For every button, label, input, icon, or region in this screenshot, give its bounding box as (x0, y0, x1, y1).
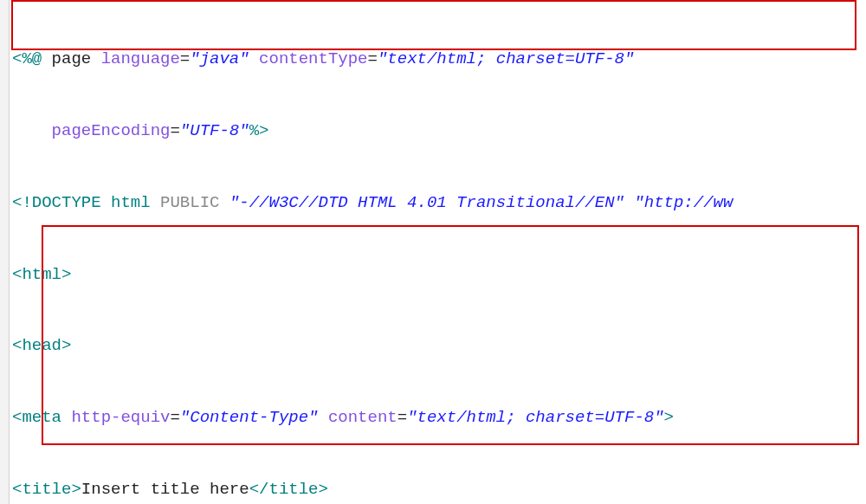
code-line: <%@ page language="java" contentType="te… (12, 48, 866, 72)
code-editor: <%@ page language="java" contentType="te… (0, 0, 866, 504)
code-line: <head> (12, 334, 866, 359)
code-line: pageEncoding="UTF-8"%> (12, 120, 866, 144)
code-line: <!DOCTYPE html PUBLIC "-//W3C//DTD HTML … (12, 191, 866, 216)
code-line: <meta http-equiv="Content-Type" content=… (12, 406, 866, 430)
code-line: <title>Insert title here</title> (12, 478, 866, 502)
code-area: <%@ page language="java" contentType="te… (12, 0, 866, 504)
code-line: <html> (12, 263, 866, 288)
line-number-gutter (0, 0, 10, 504)
